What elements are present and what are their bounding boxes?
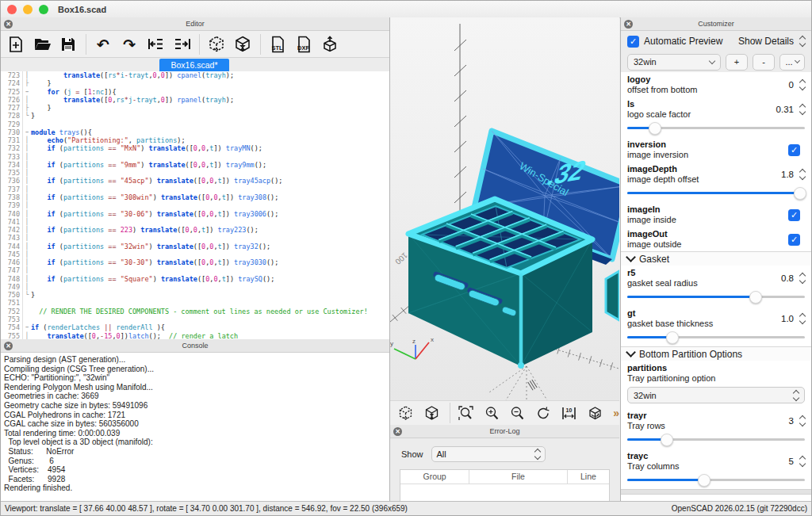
spinner-icon[interactable] <box>800 273 805 283</box>
code-line[interactable]: 744│ if (partitions == "32win") translat… <box>1 243 389 250</box>
param-checkbox[interactable]: ✓ <box>788 234 800 246</box>
customizer-close-icon[interactable]: ✕ <box>624 20 633 29</box>
new-file-button[interactable] <box>6 34 26 55</box>
code-line[interactable]: 738│ if (partitions == "308win") transla… <box>1 193 389 201</box>
preset-remove-button[interactable]: - <box>753 54 775 71</box>
errorlog-column-line[interactable]: Line <box>568 470 609 484</box>
param-value[interactable]: 0 <box>789 80 805 90</box>
param-slider[interactable] <box>627 434 805 445</box>
export-dxf-button[interactable]: DXF <box>293 34 314 55</box>
zoom-window-button[interactable] <box>39 5 48 14</box>
code-line[interactable]: 725− for (j = [1:nc]){ <box>1 88 389 96</box>
fold-toggle-icon[interactable]: − <box>22 323 31 331</box>
show-details-dropdown[interactable]: Show Details <box>738 36 805 47</box>
param-slider[interactable] <box>627 122 805 134</box>
console-close-icon[interactable]: ✕ <box>4 342 13 350</box>
code-line[interactable]: 724├ } <box>1 79 389 87</box>
spinner-icon[interactable] <box>800 314 805 323</box>
code-line[interactable]: 730−module trays(){ <box>1 128 389 136</box>
export-stl-button[interactable]: STL <box>267 34 288 55</box>
vp-zoom-out-button[interactable] <box>508 403 527 422</box>
code-line[interactable]: 728└} <box>1 112 389 120</box>
code-line[interactable]: 740│ if (partitions == "30-06") translat… <box>1 210 389 218</box>
preset-add-button[interactable]: + <box>726 54 748 71</box>
code-line[interactable]: 737│ <box>1 185 389 193</box>
spinner-icon[interactable] <box>800 170 805 179</box>
param-slider[interactable] <box>627 474 805 486</box>
param-select[interactable]: 32win <box>627 387 805 403</box>
code-line[interactable]: 731│ echo("Partitioning:", partitions); <box>1 136 389 144</box>
code-line[interactable]: 736│ if (partitions == "45acp") translat… <box>1 177 389 185</box>
code-line[interactable]: 746│ if (partitions == "30-30") translat… <box>1 258 389 266</box>
code-line[interactable]: 745│ <box>1 250 389 258</box>
fold-toggle-icon[interactable]: − <box>22 128 31 136</box>
code-line[interactable]: 726│ translate([0,rs*j-trayt,0]) rpanel(… <box>1 96 389 104</box>
code-line[interactable]: 729 <box>1 120 389 128</box>
minimize-window-button[interactable] <box>23 5 33 14</box>
errorlog-column-group[interactable]: Group <box>400 470 469 484</box>
code-line[interactable]: 734│ if (partitions == "9mm") translate(… <box>1 161 389 169</box>
vp-render-button[interactable] <box>423 403 442 422</box>
code-line[interactable]: 741│ <box>1 218 389 226</box>
close-window-button[interactable] <box>7 5 17 14</box>
vp-view-all-button[interactable] <box>457 403 476 422</box>
code-line[interactable]: 751 <box>1 299 389 307</box>
code-line[interactable]: 733│ <box>1 153 389 161</box>
vp-zoom-in-button[interactable] <box>483 403 502 422</box>
code-line[interactable]: 739│ <box>1 201 389 209</box>
errorlog-filter-dropdown[interactable]: All <box>431 446 546 462</box>
spinner-icon[interactable] <box>800 416 805 426</box>
undo-button[interactable]: ↶ <box>93 34 113 55</box>
vp-reset-view-button[interactable] <box>534 403 553 422</box>
code-line[interactable]: 747│ <box>1 266 389 274</box>
tab-box16-scad[interactable]: Box16.scad* <box>159 59 229 72</box>
3d-viewport[interactable]: 100 100 <box>390 17 619 400</box>
code-line[interactable]: 748│ if (partitions == "Square") transla… <box>1 275 389 283</box>
param-value[interactable]: 5 <box>789 457 805 466</box>
fold-toggle-icon[interactable]: − <box>22 88 31 96</box>
code-line[interactable]: 754−if (renderLatches || renderAll ){ <box>1 323 389 331</box>
unindent-button[interactable] <box>145 34 166 55</box>
param-slider[interactable] <box>627 331 805 343</box>
render-button[interactable] <box>232 34 253 55</box>
spinner-icon[interactable] <box>800 105 805 114</box>
param-value[interactable]: 3 <box>789 416 805 426</box>
redo-button[interactable]: ↷ <box>119 34 140 55</box>
code-line[interactable]: 727├ } <box>1 104 389 112</box>
code-line[interactable]: 752 // RENDER THE DESIRED COMPONENTS - c… <box>1 308 389 315</box>
param-value[interactable]: 0.8 <box>781 273 805 283</box>
preset-more-button[interactable]: ... <box>779 54 805 71</box>
viewport-toolbar-overflow[interactable]: » <box>613 407 619 419</box>
param-group-gasket[interactable]: Gasket <box>621 251 811 266</box>
code-line[interactable]: 743│ <box>1 234 389 242</box>
param-value[interactable]: 1.8 <box>781 170 805 179</box>
code-line[interactable]: 753 <box>1 315 389 323</box>
param-slider[interactable] <box>627 187 805 199</box>
editor-close-icon[interactable]: ✕ <box>4 20 13 29</box>
window-titlebar[interactable]: Box16.scad <box>1 1 811 18</box>
preview-button[interactable] <box>206 34 227 55</box>
errorlog-close-icon[interactable]: ✕ <box>393 427 402 436</box>
preset-combo[interactable]: 32win <box>627 54 721 71</box>
spinner-icon[interactable] <box>800 457 805 466</box>
param-checkbox[interactable]: ✓ <box>788 209 800 221</box>
code-line[interactable]: 735│ <box>1 169 389 177</box>
vp-scale-markers-button[interactable]: 10 <box>560 403 579 422</box>
code-line[interactable]: 742│ if (partitions == 223) translate([0… <box>1 226 389 234</box>
code-line[interactable]: 723│ translate([rs*i-trayt,0,0]) cpanel(… <box>1 71 389 79</box>
param-slider[interactable] <box>627 291 805 303</box>
spinner-icon[interactable] <box>800 80 805 90</box>
open-file-button[interactable] <box>32 34 52 55</box>
code-line[interactable]: 749│ <box>1 283 389 291</box>
export-button[interactable] <box>320 34 340 55</box>
vp-perspective-button[interactable] <box>586 403 605 422</box>
automatic-preview-checkbox[interactable]: ✓ Automatic Preview <box>627 36 722 48</box>
param-value[interactable]: 0.31 <box>776 105 805 114</box>
indent-button[interactable] <box>171 34 192 55</box>
param-checkbox[interactable]: ✓ <box>788 144 800 156</box>
param-group-bottom-partition-options[interactable]: Bottom Partition Options <box>621 346 811 361</box>
save-button[interactable] <box>58 34 79 55</box>
spinner-icon[interactable] <box>794 391 799 400</box>
errorlog-column-file[interactable]: File <box>469 470 568 484</box>
code-line[interactable]: 732│ if (partitions == "MxN") translate(… <box>1 144 389 152</box>
